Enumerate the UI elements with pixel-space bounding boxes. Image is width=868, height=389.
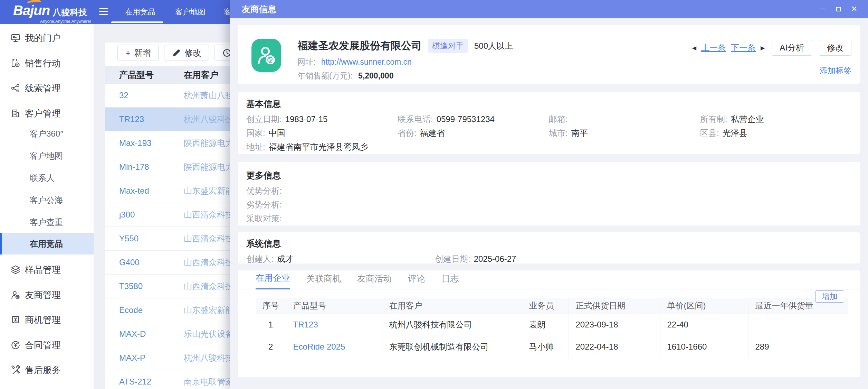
- cell-supply-date: 2023-09-18: [569, 314, 660, 336]
- column-header-model: 产品型号: [105, 69, 184, 81]
- topnav-tab-2[interactable]: 客户地图: [175, 0, 206, 24]
- sidebar-label: 售后服务: [25, 364, 61, 376]
- add-button-label: 新增: [134, 47, 151, 58]
- sidebar-item-contracts[interactable]: 合同管理: [0, 336, 94, 354]
- sidebar-item-after-sales[interactable]: 售后服务: [0, 361, 94, 379]
- modal-tabbar: 在用企业 关联商机 友商活动 评论 日志: [238, 270, 860, 289]
- cell-customer: 杭州八骏科技有限公司: [382, 314, 522, 336]
- maximize-icon[interactable]: [835, 6, 842, 12]
- company-info: 福建圣农发展股份有限公司 棋逢对手 500人以上 网址: http://www.…: [297, 39, 513, 84]
- sidebar-item-customer-360[interactable]: 客户360°: [0, 125, 94, 142]
- building-icon: [10, 108, 21, 119]
- col-salesperson: 业务员: [522, 298, 569, 314]
- svg-text:VS: VS: [268, 58, 273, 63]
- cell-model-link[interactable]: T3580: [105, 281, 184, 291]
- field-address: 地址:福建省南平市光泽县鸾凤乡: [246, 140, 851, 154]
- sidebar-item-dedupe[interactable]: 客户查重: [0, 214, 94, 231]
- sidebar-item-customer-mgmt[interactable]: 客户管理: [0, 105, 94, 122]
- menu-hamburger-icon[interactable]: [99, 8, 108, 16]
- modal-title: 友商信息: [230, 3, 276, 15]
- cell-model-link[interactable]: EcoRide 2025: [286, 336, 382, 358]
- cell-model-link[interactable]: G400: [105, 258, 184, 267]
- active-indicator-bar: [0, 233, 2, 254]
- edit-button[interactable]: 修改: [164, 45, 209, 61]
- cell-model-link[interactable]: Max-ted: [105, 186, 184, 196]
- table-row[interactable]: 2 EcoRide 2025 东莞联创机械制造有限公司 马小帅 2022-04-…: [256, 336, 848, 358]
- cell-price-range: 1610-1660: [660, 336, 748, 358]
- next-record-link[interactable]: 下一条: [731, 42, 756, 53]
- cell-salesperson: 袁朗: [522, 314, 569, 336]
- sidebar-sublabel: 在用竞品: [30, 238, 63, 249]
- competitor-level-badge: 棋逢对手: [428, 39, 468, 53]
- cell-model-link[interactable]: 32: [105, 91, 184, 100]
- related-products-table: 序号 产品型号 在用客户 业务员 正式供货日期 单价(区间) 最近一年供货量 1…: [256, 298, 848, 358]
- cell-salesperson: 马小帅: [522, 336, 569, 358]
- topnav-active-underline: [111, 21, 163, 23]
- sidebar-item-leads[interactable]: 线索管理: [0, 80, 94, 97]
- sidebar-item-sales-action[interactable]: 销售行动: [0, 55, 94, 72]
- cell-model-link[interactable]: ATS-212: [105, 377, 184, 387]
- tab-comments[interactable]: 评论: [408, 273, 425, 289]
- field-phone: 联系电话:0599-79531234: [398, 112, 549, 126]
- sidebar-item-contacts[interactable]: 联系人: [0, 169, 94, 187]
- field-country: 国家:中国: [246, 126, 398, 140]
- field-email: 邮箱:: [549, 112, 700, 126]
- add-tag-link[interactable]: 添加标签: [692, 65, 851, 76]
- prev-record-link[interactable]: 上一条: [701, 42, 726, 53]
- competitor-info-modal: 友商信息 ✕ VS 福建圣农发展股份有限公司 棋逢对手: [230, 0, 868, 389]
- next-arrow-icon[interactable]: ▶: [761, 45, 765, 51]
- cell-model-link[interactable]: j300: [105, 210, 184, 220]
- add-button[interactable]: + 新增: [117, 45, 159, 61]
- minimize-icon[interactable]: [819, 6, 826, 12]
- share-nodes-icon: [10, 83, 21, 93]
- tab-related-opportunities[interactable]: 关联商机: [306, 273, 341, 289]
- system-info-card: 系统信息 创建人:成才 创建日期:2025-06-27: [238, 232, 860, 263]
- company-name: 福建圣农发展股份有限公司: [297, 39, 422, 53]
- sidebar-item-opportunities[interactable]: 商机管理: [0, 311, 94, 328]
- cell-price-range: 22-40: [660, 314, 748, 336]
- prev-arrow-icon[interactable]: ◀: [692, 45, 696, 51]
- field-province: 省份:福建省: [398, 126, 549, 140]
- cell-model-link[interactable]: TR123: [105, 114, 184, 124]
- sidebar-item-customer-map[interactable]: 客户地图: [0, 147, 94, 165]
- cell-model-link[interactable]: MAX-D: [105, 329, 184, 339]
- sidebar-label: 商机管理: [25, 314, 61, 326]
- sidebar-sublabel: 客户查重: [30, 217, 63, 228]
- website-link[interactable]: http://www.sunner.com.cn: [321, 57, 412, 66]
- tab-logs[interactable]: 日志: [441, 273, 459, 289]
- sidebar-item-samples[interactable]: 样品管理: [0, 261, 94, 278]
- close-icon[interactable]: ✕: [851, 6, 858, 12]
- tab-active-enterprises[interactable]: 在用企业: [256, 272, 290, 289]
- sidebar-item-customer-pool[interactable]: 客户公海: [0, 192, 94, 209]
- add-record-button[interactable]: 增加: [815, 290, 844, 303]
- edit-button-label: 修改: [184, 47, 201, 58]
- sidebar-item-active-competing-products[interactable]: 在用竞品: [0, 233, 94, 254]
- ai-analysis-button[interactable]: AI分析: [772, 40, 812, 56]
- more-info-title: 更多信息: [246, 170, 851, 181]
- logo-tagline: Anyone,Anytime,Anywhere!: [40, 19, 91, 24]
- logo-cn-text: 八骏科技: [53, 7, 87, 18]
- annual-sales-label: 年销售额(万元):: [297, 71, 353, 80]
- field-founded-date: 创立日期:1983-07-15: [246, 112, 398, 126]
- sidebar-label: 客户管理: [25, 108, 61, 120]
- field-strength-analysis: 优势分析:: [246, 184, 851, 198]
- modify-button[interactable]: 修改: [819, 40, 851, 56]
- cell-model-link[interactable]: TR123: [286, 314, 382, 336]
- sidebar-label: 样品管理: [25, 264, 61, 276]
- tab-competitor-activities[interactable]: 友商活动: [357, 273, 392, 289]
- sidebar-label: 我的门户: [25, 32, 61, 44]
- cell-model-link[interactable]: Min-178: [105, 162, 184, 172]
- topnav-tab-active[interactable]: 在用竞品: [125, 0, 155, 24]
- sidebar-item-my-portal[interactable]: 我的门户: [0, 29, 94, 47]
- cell-model-link[interactable]: Ecode: [105, 305, 184, 315]
- cell-model-link[interactable]: Max-193: [105, 138, 184, 148]
- field-created-date: 创建日期:2025-06-27: [435, 252, 516, 266]
- window-controls: ✕: [819, 6, 868, 12]
- table-row[interactable]: 1 TR123 杭州八骏科技有限公司 袁朗 2023-09-18 22-40: [256, 314, 848, 336]
- sidebar-item-competitors[interactable]: vs 友商管理: [0, 286, 94, 304]
- company-scale: 500人以上: [474, 40, 513, 52]
- cell-model-link[interactable]: Y550: [105, 234, 184, 243]
- app-logo: Bajun 八骏科技 Anyone,Anytime,Anywhere!: [13, 3, 91, 24]
- cell-model-link[interactable]: MAX-P: [105, 353, 184, 363]
- field-ownership: 所有制:私营企业: [700, 112, 851, 126]
